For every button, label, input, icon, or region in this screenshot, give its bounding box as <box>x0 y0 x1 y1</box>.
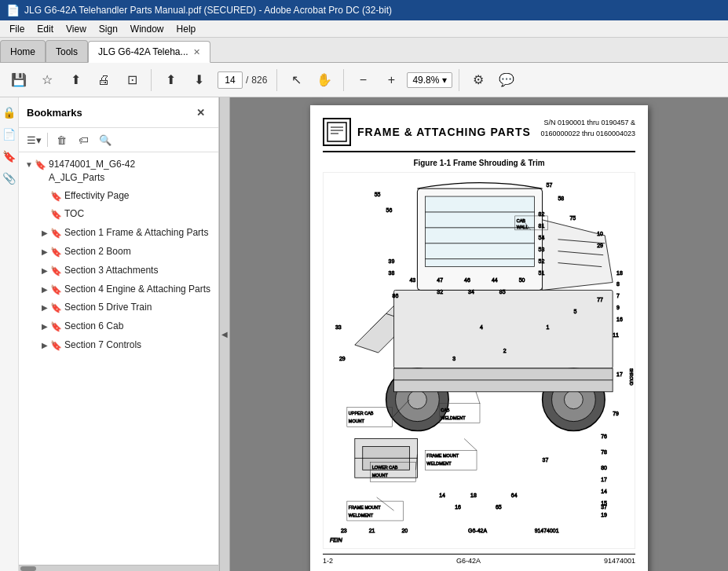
bookmark-effectivity[interactable]: 🔖 Effectivity Page <box>35 187 218 206</box>
svg-text:34: 34 <box>468 289 474 295</box>
nav-prev-button[interactable]: ⬆ <box>158 68 183 93</box>
menu-edit[interactable]: Edit <box>31 22 60 36</box>
upload-button[interactable]: ⬆ <box>63 68 88 93</box>
svg-text:54: 54 <box>539 235 545 240</box>
pdf-page-number: 1-2 <box>323 557 333 565</box>
s1-icon: 🔖 <box>50 227 61 240</box>
pdf-page: FRAME & ATTACHING PARTS S/N 0190001 thru… <box>310 105 648 571</box>
tab-home[interactable]: Home <box>0 40 46 62</box>
svg-text:32: 32 <box>437 289 443 295</box>
svg-text:SHROUD: SHROUD <box>629 368 633 386</box>
pdf-serial-info: S/N 0190001 thru 0190457 &0160000022 thr… <box>540 118 635 139</box>
zoom-dropdown-icon: ▾ <box>442 75 447 86</box>
svg-text:G6-42A: G6-42A <box>468 528 487 533</box>
hand-tool-button[interactable]: ✋ <box>312 68 337 93</box>
effectivity-icon: 🔖 <box>50 190 61 203</box>
new-bookmark-dropdown[interactable]: ☰▾ <box>24 131 44 148</box>
zoom-out-button[interactable]: − <box>350 68 375 93</box>
bookmark-icon-button[interactable]: 🔖 <box>1 148 18 165</box>
menu-help[interactable]: Help <box>170 22 203 36</box>
tab-tools-label: Tools <box>56 46 78 57</box>
s5-label: Section 5 Drive Train <box>64 301 214 314</box>
zoom-value: 49.8% <box>412 75 439 86</box>
svg-text:80: 80 <box>601 465 607 470</box>
menu-sign[interactable]: Sign <box>93 22 124 36</box>
document-area[interactable]: FRAME & ATTACHING PARTS S/N 0190001 thru… <box>230 97 728 571</box>
app-icon: 📄 <box>6 4 20 16</box>
s7-expand[interactable]: ▶ <box>39 339 50 352</box>
zoom-in-button[interactable]: + <box>379 68 404 93</box>
save-button[interactable]: 💾 <box>6 68 31 93</box>
comment-button[interactable]: 💬 <box>494 68 519 93</box>
print-button[interactable]: 🖨 <box>91 68 116 93</box>
svg-text:5: 5 <box>573 309 576 314</box>
main-area: 🔒 📄 🔖 📎 Bookmarks ✕ ☰▾ 🗑 🏷 🔍 ▼ 🔖 9147400… <box>0 97 728 571</box>
zoom-display[interactable]: 49.8% ▾ <box>407 72 452 88</box>
pdf-figure-title: Figure 1-1 Frame Shrouding & Trim <box>323 159 635 167</box>
pdf-technical-drawing: 33 29 23 21 20 G6-42A 91474001 37 37 11 … <box>323 172 635 549</box>
bookmark-section5[interactable]: ▶ 🔖 Section 5 Drive Train <box>35 298 218 317</box>
effectivity-expand <box>39 190 50 203</box>
svg-text:14: 14 <box>601 489 607 494</box>
find-bookmark-button[interactable]: 🔍 <box>95 131 115 148</box>
pdf-header-left: FRAME & ATTACHING PARTS <box>323 118 531 146</box>
bookmark-section7[interactable]: ▶ 🔖 Section 7 Controls <box>35 336 218 355</box>
svg-text:77: 77 <box>597 297 603 302</box>
lock-icon-button[interactable]: 🔒 <box>1 104 18 121</box>
svg-text:76: 76 <box>601 434 607 439</box>
svg-text:64: 64 <box>511 492 518 498</box>
menu-window[interactable]: Window <box>124 22 170 36</box>
s3-expand[interactable]: ▶ <box>39 265 50 277</box>
pages-icon-button[interactable]: 📄 <box>1 126 18 143</box>
pdf-header-icon <box>323 118 351 146</box>
bookmark-section2[interactable]: ▶ 🔖 Section 2 Boom <box>35 243 218 262</box>
title-bar-text: JLG G6-42A Telehandler Parts Manual.pdf … <box>24 5 392 16</box>
bookmark-section1[interactable]: ▶ 🔖 Section 1 Frame & Attaching Parts <box>35 224 218 243</box>
bookmark-section3[interactable]: ▶ 🔖 Section 3 Attachments <box>35 262 218 280</box>
bookmark-add-button[interactable]: ☆ <box>35 68 60 93</box>
tools-icon-button[interactable]: 📎 <box>1 170 18 187</box>
sep4 <box>459 69 459 91</box>
bookmark-root[interactable]: ▼ 🔖 91474001_M_G6-42A_JLG_Parts <box>19 156 218 187</box>
s1-label: Section 1 Frame & Attaching Parts <box>64 226 214 240</box>
nav-next-button[interactable]: ⬇ <box>186 68 211 93</box>
svg-text:11: 11 <box>613 332 619 338</box>
collapse-icon: ◀ <box>221 330 228 339</box>
tab-document[interactable]: JLG G6-42A Teleha... ✕ <box>88 41 210 63</box>
svg-text:86: 86 <box>393 293 399 298</box>
svg-text:WALL: WALL <box>517 225 529 229</box>
s1-expand[interactable]: ▶ <box>39 227 50 240</box>
svg-text:75: 75 <box>569 215 576 221</box>
s2-expand[interactable]: ▶ <box>39 246 50 258</box>
menu-file[interactable]: File <box>3 22 31 36</box>
svg-text:23: 23 <box>341 528 347 533</box>
svg-text:MOUNT: MOUNT <box>349 419 365 423</box>
bookmarks-panel: Bookmarks ✕ ☰▾ 🗑 🏷 🔍 ▼ 🔖 91474001_M_G6-4… <box>19 97 219 571</box>
s6-expand[interactable]: ▶ <box>39 320 50 333</box>
pdf-footer: 1-2 G6-42A 91474001 <box>323 554 635 565</box>
menu-view[interactable]: View <box>60 22 93 36</box>
add-tag-button[interactable]: 🏷 <box>73 131 93 148</box>
s5-expand[interactable]: ▶ <box>39 302 50 314</box>
svg-rect-13 <box>394 290 613 368</box>
svg-point-19 <box>564 390 583 409</box>
s4-expand[interactable]: ▶ <box>39 284 50 296</box>
left-icon-panel: 🔒 📄 🔖 📎 <box>0 97 19 571</box>
cursor-tool-button[interactable]: ↖ <box>284 68 309 93</box>
bookmark-section4[interactable]: ▶ 🔖 Section 4 Engine & Attaching Parts <box>35 280 218 299</box>
svg-text:47: 47 <box>437 278 443 284</box>
svg-text:LOWER CAB: LOWER CAB <box>372 465 398 470</box>
delete-bookmark-button[interactable]: 🗑 <box>51 131 71 148</box>
root-expand-icon[interactable]: ▼ <box>24 159 35 171</box>
bookmark-toc[interactable]: 🔖 TOC <box>35 205 218 224</box>
sidebar-collapse-handle[interactable]: ◀ <box>219 97 230 571</box>
settings-button[interactable]: ⚙ <box>466 68 491 93</box>
svg-text:55: 55 <box>375 192 381 197</box>
tab-tools[interactable]: Tools <box>46 40 88 62</box>
sidebar-close-button[interactable]: ✕ <box>190 104 210 121</box>
zoom-fit-button[interactable]: ⊡ <box>119 68 145 93</box>
tab-close-button[interactable]: ✕ <box>193 47 200 57</box>
svg-text:FRAME MOUNT: FRAME MOUNT <box>349 505 381 510</box>
bookmark-section6[interactable]: ▶ 🔖 Section 6 Cab <box>35 317 218 336</box>
page-input[interactable] <box>218 71 243 89</box>
